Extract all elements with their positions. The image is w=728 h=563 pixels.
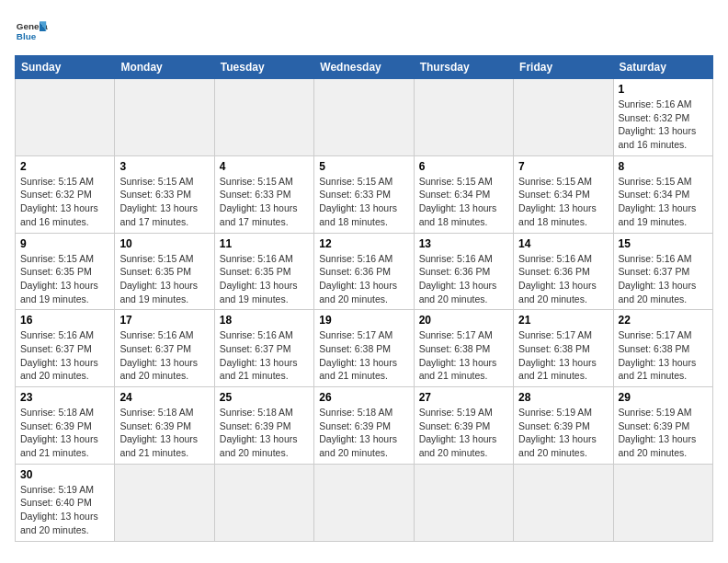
day-number: 10 — [119, 237, 209, 250]
day-info: Sunrise: 5:17 AMSunset: 6:38 PMDaylight:… — [619, 328, 708, 383]
svg-text:Blue: Blue — [17, 31, 37, 41]
day-number: 4 — [220, 160, 309, 173]
day-info: Sunrise: 5:16 AMSunset: 6:37 PMDaylight:… — [619, 252, 708, 306]
day-info: Sunrise: 5:15 AMSunset: 6:35 PMDaylight:… — [119, 252, 209, 306]
day-number: 21 — [518, 314, 608, 327]
calendar-week-row: 9Sunrise: 5:15 AMSunset: 6:35 PMDaylight… — [16, 233, 713, 310]
calendar-day-cell — [214, 79, 313, 156]
weekday-header-tuesday: Tuesday — [214, 56, 313, 79]
weekday-header-thursday: Thursday — [414, 56, 513, 79]
calendar-day-cell: 11Sunrise: 5:16 AMSunset: 6:35 PMDayligh… — [214, 233, 313, 310]
calendar-day-cell: 12Sunrise: 5:16 AMSunset: 6:36 PMDayligh… — [314, 233, 414, 310]
weekday-header-wednesday: Wednesday — [314, 56, 414, 79]
day-number: 3 — [119, 160, 209, 173]
calendar-day-cell: 1Sunrise: 5:16 AMSunset: 6:32 PMDaylight… — [613, 79, 712, 156]
day-info: Sunrise: 5:18 AMSunset: 6:39 PMDaylight:… — [20, 406, 109, 460]
day-number: 19 — [319, 314, 408, 327]
day-number: 16 — [20, 314, 109, 327]
day-info: Sunrise: 5:15 AMSunset: 6:34 PMDaylight:… — [619, 175, 708, 229]
day-info: Sunrise: 5:15 AMSunset: 6:33 PMDaylight:… — [319, 175, 408, 229]
calendar-day-cell — [115, 79, 214, 156]
weekday-header-monday: Monday — [115, 56, 214, 79]
day-info: Sunrise: 5:17 AMSunset: 6:38 PMDaylight:… — [419, 328, 508, 383]
calendar-day-cell: 18Sunrise: 5:16 AMSunset: 6:37 PMDayligh… — [214, 310, 313, 387]
calendar-day-cell — [613, 464, 712, 541]
day-info: Sunrise: 5:15 AMSunset: 6:33 PMDaylight:… — [119, 175, 209, 229]
day-number: 7 — [518, 160, 608, 173]
day-number: 23 — [20, 391, 109, 404]
calendar-day-cell: 28Sunrise: 5:19 AMSunset: 6:39 PMDayligh… — [514, 387, 613, 465]
calendar-week-row: 23Sunrise: 5:18 AMSunset: 6:39 PMDayligh… — [16, 387, 713, 465]
day-number: 15 — [619, 237, 708, 250]
calendar-week-row: 16Sunrise: 5:16 AMSunset: 6:37 PMDayligh… — [16, 310, 713, 387]
calendar-day-cell — [514, 464, 613, 541]
calendar-day-cell: 8Sunrise: 5:15 AMSunset: 6:34 PMDaylight… — [613, 155, 712, 233]
day-info: Sunrise: 5:19 AMSunset: 6:39 PMDaylight:… — [419, 406, 508, 460]
calendar-day-cell: 17Sunrise: 5:16 AMSunset: 6:37 PMDayligh… — [115, 310, 214, 387]
day-number: 1 — [619, 83, 708, 96]
day-info: Sunrise: 5:19 AMSunset: 6:39 PMDaylight:… — [619, 406, 708, 460]
calendar-day-cell: 5Sunrise: 5:15 AMSunset: 6:33 PMDaylight… — [314, 155, 414, 233]
day-number: 6 — [419, 160, 508, 173]
calendar-day-cell: 23Sunrise: 5:18 AMSunset: 6:39 PMDayligh… — [16, 387, 115, 465]
calendar-day-cell — [314, 464, 414, 541]
day-number: 30 — [20, 468, 109, 481]
calendar-day-cell: 2Sunrise: 5:15 AMSunset: 6:32 PMDaylight… — [16, 155, 115, 233]
day-info: Sunrise: 5:16 AMSunset: 6:36 PMDaylight:… — [518, 252, 608, 306]
calendar-day-cell: 24Sunrise: 5:18 AMSunset: 6:39 PMDayligh… — [115, 387, 214, 465]
day-number: 29 — [619, 391, 708, 404]
day-info: Sunrise: 5:17 AMSunset: 6:38 PMDaylight:… — [319, 328, 408, 383]
calendar-day-cell: 10Sunrise: 5:15 AMSunset: 6:35 PMDayligh… — [115, 233, 214, 310]
calendar-day-cell: 29Sunrise: 5:19 AMSunset: 6:39 PMDayligh… — [613, 387, 712, 465]
day-number: 12 — [319, 237, 408, 250]
day-info: Sunrise: 5:15 AMSunset: 6:33 PMDaylight:… — [220, 175, 309, 229]
day-number: 24 — [119, 391, 209, 404]
calendar-day-cell: 13Sunrise: 5:16 AMSunset: 6:36 PMDayligh… — [414, 233, 513, 310]
day-number: 18 — [220, 314, 309, 327]
day-number: 17 — [119, 314, 209, 327]
calendar-day-cell: 14Sunrise: 5:16 AMSunset: 6:36 PMDayligh… — [514, 233, 613, 310]
calendar-day-cell — [514, 79, 613, 156]
day-number: 22 — [619, 314, 708, 327]
day-number: 14 — [518, 237, 608, 250]
calendar-day-cell: 20Sunrise: 5:17 AMSunset: 6:38 PMDayligh… — [414, 310, 513, 387]
calendar-day-cell: 25Sunrise: 5:18 AMSunset: 6:39 PMDayligh… — [214, 387, 313, 465]
calendar-day-cell — [314, 79, 414, 156]
calendar-day-cell: 7Sunrise: 5:15 AMSunset: 6:34 PMDaylight… — [514, 155, 613, 233]
calendar-week-row: 1Sunrise: 5:16 AMSunset: 6:32 PMDaylight… — [16, 79, 713, 156]
calendar-week-row: 30Sunrise: 5:19 AMSunset: 6:40 PMDayligh… — [16, 464, 713, 541]
day-info: Sunrise: 5:19 AMSunset: 6:40 PMDaylight:… — [20, 483, 109, 537]
calendar-day-cell: 3Sunrise: 5:15 AMSunset: 6:33 PMDaylight… — [115, 155, 214, 233]
logo: General Blue — [15, 15, 48, 48]
calendar-day-cell: 4Sunrise: 5:15 AMSunset: 6:33 PMDaylight… — [214, 155, 313, 233]
calendar-day-cell: 9Sunrise: 5:15 AMSunset: 6:35 PMDaylight… — [16, 233, 115, 310]
day-info: Sunrise: 5:16 AMSunset: 6:37 PMDaylight:… — [119, 328, 209, 383]
day-number: 20 — [419, 314, 508, 327]
logo-icon: General Blue — [15, 15, 48, 48]
calendar-day-cell — [214, 464, 313, 541]
calendar-day-cell: 26Sunrise: 5:18 AMSunset: 6:39 PMDayligh… — [314, 387, 414, 465]
day-info: Sunrise: 5:15 AMSunset: 6:34 PMDaylight:… — [518, 175, 608, 229]
day-info: Sunrise: 5:15 AMSunset: 6:35 PMDaylight:… — [20, 252, 109, 306]
day-info: Sunrise: 5:17 AMSunset: 6:38 PMDaylight:… — [518, 328, 608, 383]
day-info: Sunrise: 5:15 AMSunset: 6:34 PMDaylight:… — [419, 175, 508, 229]
day-info: Sunrise: 5:16 AMSunset: 6:35 PMDaylight:… — [220, 252, 309, 306]
day-info: Sunrise: 5:18 AMSunset: 6:39 PMDaylight:… — [220, 406, 309, 460]
calendar-day-cell: 30Sunrise: 5:19 AMSunset: 6:40 PMDayligh… — [16, 464, 115, 541]
day-info: Sunrise: 5:18 AMSunset: 6:39 PMDaylight:… — [119, 406, 209, 460]
calendar-day-cell — [414, 464, 513, 541]
day-number: 5 — [319, 160, 408, 173]
calendar-day-cell: 16Sunrise: 5:16 AMSunset: 6:37 PMDayligh… — [16, 310, 115, 387]
day-number: 9 — [20, 237, 109, 250]
day-number: 28 — [518, 391, 608, 404]
day-info: Sunrise: 5:16 AMSunset: 6:36 PMDaylight:… — [419, 252, 508, 306]
weekday-header-sunday: Sunday — [16, 56, 115, 79]
calendar-day-cell — [16, 79, 115, 156]
calendar-day-cell — [414, 79, 513, 156]
day-number: 26 — [319, 391, 408, 404]
weekday-header-friday: Friday — [514, 56, 613, 79]
calendar-day-cell: 27Sunrise: 5:19 AMSunset: 6:39 PMDayligh… — [414, 387, 513, 465]
day-number: 25 — [220, 391, 309, 404]
day-number: 8 — [619, 160, 708, 173]
calendar-day-cell: 19Sunrise: 5:17 AMSunset: 6:38 PMDayligh… — [314, 310, 414, 387]
